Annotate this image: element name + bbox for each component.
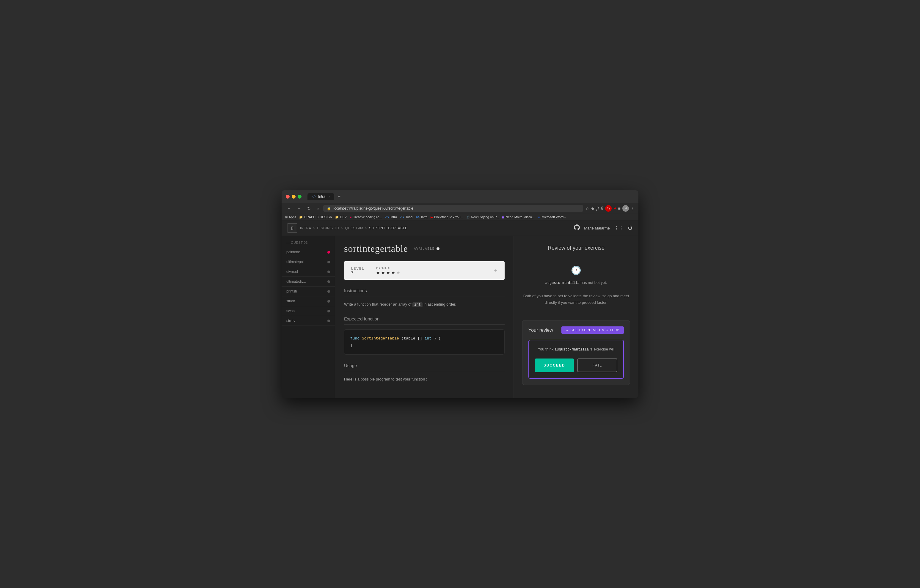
minimize-traffic-light[interactable] <box>292 195 296 199</box>
succeed-button[interactable]: SUCCEED <box>535 358 574 372</box>
sidebar-label-strlen: strlen <box>286 299 295 303</box>
instruction-prefix: Write a function that reorder an array o… <box>344 302 411 306</box>
user-avatar[interactable]: M <box>622 205 629 212</box>
breadcrumb-sep-3: > <box>365 226 367 230</box>
instructions-section: Instructions Write a function that reord… <box>344 288 505 308</box>
code-block: func SortIntegerTable (table [] int ) { … <box>344 329 505 355</box>
sidebar-dot-divmod <box>327 271 330 273</box>
int-type: int <box>424 336 431 341</box>
bookmark-intra1-label: Intra <box>390 215 397 219</box>
sidebar-dot-swap <box>327 310 330 313</box>
apps-grid-header-icon[interactable]: ⋮⋮ <box>614 225 624 231</box>
sidebar-item-ultimatepoi[interactable]: ultimatepoi... <box>282 257 335 267</box>
bookmark-intra1[interactable]: </> Intra <box>385 215 397 219</box>
sidebar-item-pointone[interactable]: pointone <box>282 247 335 257</box>
bookmark-bibliotheque[interactable]: ▶ Bibliothèque - You... <box>431 215 463 219</box>
level-value: 7 <box>351 270 364 275</box>
bookmark-now-playing[interactable]: 🎵 Now Playing on P... <box>466 215 499 219</box>
bookmark-neon-moire[interactable]: ◼ Neon Moiré, disco... <box>502 215 535 219</box>
user-name: Marie Malarme <box>584 226 610 230</box>
reload-button[interactable]: ↻ <box>305 205 313 212</box>
new-tab-button[interactable]: + <box>336 194 342 199</box>
sidebar-label-strrev: strrev <box>286 319 295 323</box>
font-icon[interactable]: f! <box>596 206 599 211</box>
sidebar-label-pointone: pointone <box>286 250 300 254</box>
sidebar-item-strlen[interactable]: strlen <box>282 296 335 306</box>
bookmark-toad-label: Toad <box>406 215 413 219</box>
bookmark-star-icon[interactable]: ☆ <box>585 206 590 211</box>
github-header-icon[interactable] <box>574 224 580 232</box>
folder-icon-1: 📁 <box>299 215 303 219</box>
bookmark-intra2[interactable]: </> Intra <box>415 215 427 219</box>
extension2-icon[interactable]: ■ <box>618 206 620 211</box>
level-info: LEVEL 7 <box>351 267 364 275</box>
sidebar-label-ultimatediv: ultimatediv... <box>286 279 306 283</box>
level-plus-button[interactable]: + <box>494 267 497 274</box>
available-dot <box>437 247 439 250</box>
star-1: ★ <box>376 270 380 275</box>
bookmark-apps[interactable]: ⊞ Apps <box>285 215 296 219</box>
bookmark-creative-coding[interactable]: ■ Creative coding re... <box>350 215 382 219</box>
exercise-title-area: sortintegertable AVAILABLE <box>344 243 505 254</box>
your-review-title: Your review <box>528 327 553 333</box>
see-on-github-button[interactable]: → SEE EXERCISE ON GITHUB <box>561 326 624 334</box>
expected-fn-section: Expected function func SortIntegerTable … <box>344 316 505 355</box>
github-btn-label: SEE EXERCISE ON GITHUB <box>571 329 620 332</box>
code-close-paren: ) { <box>434 336 441 341</box>
home-button[interactable]: ⌂ <box>315 205 321 212</box>
maximize-traffic-light[interactable] <box>298 195 301 199</box>
breadcrumb: INTRA > PISCINE-GO > QUEST-03 > SORTINTE… <box>300 226 407 230</box>
address-bar[interactable]: 🔒 localhost/intra/piscine-go/quest-03/so… <box>323 205 583 212</box>
browser-window: </> Intra × + ← → ↻ ⌂ 🔒 localhost/intra/… <box>282 190 638 398</box>
password-icon[interactable]: f! <box>601 206 604 211</box>
back-button[interactable]: ← <box>285 205 293 212</box>
sidebar-item-divmod[interactable]: divmod <box>282 267 335 277</box>
github-btn-arrow: → <box>565 329 569 332</box>
bookmark-now-playing-label: Now Playing on P... <box>471 215 499 219</box>
usage-title: Usage <box>344 363 505 371</box>
sidebar-item-strrev[interactable]: strrev <box>282 316 335 326</box>
bookmark-graphic-design-label: GRAPHIC DESIGN <box>304 215 332 219</box>
review-panel: Review of your exercise 🕐 augusto-mantil… <box>513 236 638 398</box>
bookmark-graphic-design[interactable]: 📁 GRAPHIC DESIGN <box>299 215 332 219</box>
lock-icon: 🔒 <box>327 207 331 211</box>
bonus-label: BONUS <box>376 266 400 270</box>
extensions-icon[interactable]: ◆ <box>591 206 594 211</box>
active-tab[interactable]: </> Intra × <box>308 193 334 200</box>
breadcrumb-exercise[interactable]: SORTINTEGERTABLE <box>369 226 407 230</box>
func-keyword: func <box>350 336 360 341</box>
bookmark-toad[interactable]: </> Toad <box>400 215 412 219</box>
bookmarks-bar: ⊞ Apps 📁 GRAPHIC DESIGN 📁 DEV ■ Creative… <box>282 214 638 220</box>
breadcrumb-quest[interactable]: QUEST-03 <box>345 226 363 230</box>
fail-button[interactable]: FAIL <box>577 358 617 372</box>
close-traffic-light[interactable] <box>286 195 290 199</box>
exercise-name: sortintegertable <box>344 243 408 254</box>
bookmark-apps-label: Apps <box>289 215 296 219</box>
power-icon[interactable]: ⏻ <box>628 225 632 231</box>
review-title: Review of your exercise <box>522 245 630 251</box>
code-line-1: func SortIntegerTable (table [] int ) { <box>350 335 498 342</box>
extension-badge[interactable]: 7ş <box>605 205 612 212</box>
breadcrumb-sep-2: > <box>341 226 343 230</box>
music-note-icon: 🎵 <box>466 215 470 219</box>
apps-grid-icon: ⊞ <box>285 215 288 219</box>
word-icon: W <box>538 215 540 219</box>
bookmark-dev[interactable]: 📁 DEV <box>335 215 347 219</box>
sidebar-label-divmod: divmod <box>286 270 298 274</box>
bonus-info: BONUS ★ ★ ★ ★ ★ <box>376 266 400 275</box>
breadcrumb-piscine[interactable]: PISCINE-GO <box>317 226 339 230</box>
pinterest-icon[interactable]: P <box>614 206 616 211</box>
menu-icon[interactable]: ⋮ <box>631 206 635 211</box>
sidebar-label-printstr: printstr <box>286 289 297 293</box>
sidebar-label-swap: swap <box>286 309 295 313</box>
bookmark-microsoft-word[interactable]: W Microsoft Word -... <box>538 215 568 219</box>
sidebar-item-ultimatediv[interactable]: ultimatediv... <box>282 277 335 287</box>
available-text: AVAILABLE <box>414 247 435 250</box>
tab-close-button[interactable]: × <box>328 195 330 198</box>
code-tag-icon-1: </> <box>385 215 389 219</box>
sidebar-item-printstr[interactable]: printstr <box>282 287 335 296</box>
instructions-title: Instructions <box>344 288 505 296</box>
sidebar-item-swap[interactable]: swap <box>282 306 335 316</box>
forward-button[interactable]: → <box>295 205 303 212</box>
breadcrumb-intra[interactable]: INTRA <box>300 226 311 230</box>
